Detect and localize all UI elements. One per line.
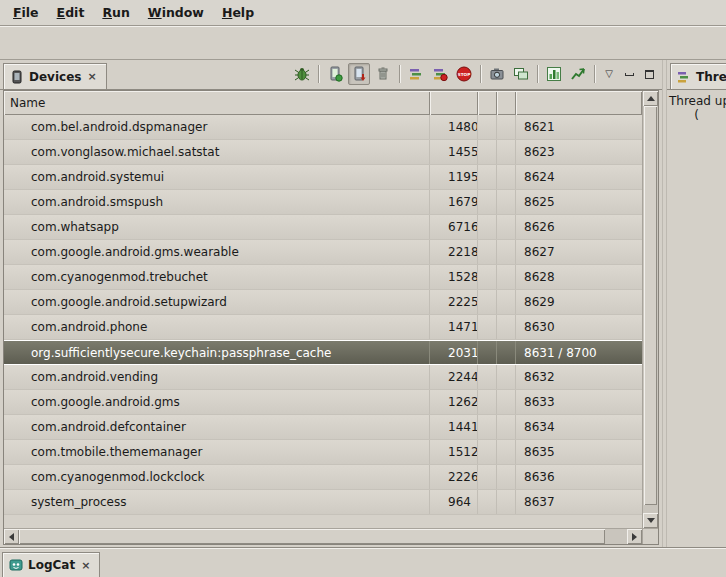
table-row[interactable]: org.sufficientlysecure.keychain:passphra… xyxy=(4,340,642,365)
horizontal-scroll-thumb[interactable] xyxy=(19,529,605,544)
toolbar-separator xyxy=(318,65,319,83)
row-name-cell: com.whatsapp xyxy=(4,215,430,239)
row-spacer-cell xyxy=(497,290,516,314)
horizontal-scrollbar[interactable] xyxy=(4,528,642,544)
row-spacer-cell xyxy=(478,365,497,389)
sysinfo-icon[interactable] xyxy=(543,63,565,85)
row-port-cell: 8625 xyxy=(516,190,642,214)
row-pid-cell: 22440 xyxy=(430,365,478,389)
close-icon[interactable]: × xyxy=(80,559,91,572)
row-name-cell: com.cyanogenmod.trebuchet xyxy=(4,265,430,289)
cause-gc-icon[interactable] xyxy=(372,63,394,85)
row-port-cell: 8632 xyxy=(516,365,642,389)
threads-panel: Threa Thread up ( xyxy=(667,60,726,547)
row-spacer-cell xyxy=(478,440,497,464)
view-menu-icon[interactable]: ▽ xyxy=(600,65,618,83)
tab-logcat[interactable]: LogCat × xyxy=(2,552,100,577)
table-header: Name xyxy=(4,91,642,115)
table-row[interactable]: com.android.phone 1471 8630 xyxy=(4,315,642,340)
column-header-port[interactable] xyxy=(516,91,642,115)
row-pid-cell: 20311 xyxy=(430,341,478,364)
table-row[interactable]: com.cyanogenmod.trebuchet 1528 8628 xyxy=(4,265,642,290)
vertical-scrollbar[interactable] xyxy=(643,91,658,528)
update-threads-icon[interactable] xyxy=(405,63,427,85)
row-spacer-cell xyxy=(478,490,497,514)
row-spacer-cell xyxy=(497,165,516,189)
row-name-cell: com.android.defcontainer xyxy=(4,415,430,439)
row-port-cell: 8634 xyxy=(516,415,642,439)
row-spacer-cell xyxy=(478,415,497,439)
row-spacer-cell xyxy=(497,115,516,139)
device-icon xyxy=(10,70,24,84)
menu-help[interactable]: Help xyxy=(213,2,263,23)
threads-message-line1: Thread up xyxy=(669,94,724,108)
tab-threads-label: Threa xyxy=(696,70,726,84)
row-spacer-cell xyxy=(478,265,497,289)
dump-hprof-icon[interactable] xyxy=(348,63,370,85)
row-name-cell: org.sufficientlysecure.keychain:passphra… xyxy=(4,341,430,364)
table-row[interactable]: com.vonglasow.michael.satstat 14553 8623 xyxy=(4,140,642,165)
row-name-cell: system_process xyxy=(4,490,430,514)
threads-message: Thread up ( xyxy=(667,90,726,547)
threads-message-line2: ( xyxy=(669,108,724,122)
row-port-cell: 8631 / 8700 xyxy=(516,341,642,364)
network-stats-icon[interactable] xyxy=(567,63,589,85)
row-spacer-cell xyxy=(478,165,497,189)
screen-record-icon[interactable] xyxy=(510,63,532,85)
row-spacer-cell xyxy=(497,465,516,489)
scroll-down-icon[interactable] xyxy=(643,513,658,528)
start-method-profiling-icon[interactable] xyxy=(429,63,451,85)
row-spacer-cell xyxy=(478,140,497,164)
row-port-cell: 8624 xyxy=(516,165,642,189)
row-port-cell: 8635 xyxy=(516,440,642,464)
maximize-icon[interactable] xyxy=(640,65,658,83)
column-header-s1[interactable] xyxy=(478,91,497,115)
row-spacer-cell xyxy=(497,315,516,339)
tab-devices[interactable]: Devices × xyxy=(3,63,107,89)
table-row[interactable]: com.android.systemui 1195 8624 xyxy=(4,165,642,190)
row-name-cell: com.google.android.setupwizard xyxy=(4,290,430,314)
menu-edit[interactable]: Edit xyxy=(48,2,94,23)
row-spacer-cell xyxy=(478,215,497,239)
row-spacer-cell xyxy=(497,490,516,514)
scroll-right-icon[interactable] xyxy=(627,529,642,544)
table-row[interactable]: com.cyanogenmod.lockclock 22265 8636 xyxy=(4,465,642,490)
column-header-pid[interactable] xyxy=(430,91,478,115)
table-row[interactable]: com.android.defcontainer 14411 8634 xyxy=(4,415,642,440)
row-name-cell: com.vonglasow.michael.satstat xyxy=(4,140,430,164)
vertical-scroll-thumb[interactable] xyxy=(644,106,657,505)
menu-run[interactable]: Run xyxy=(93,2,138,23)
menu-window[interactable]: Window xyxy=(139,2,213,23)
row-port-cell: 8630 xyxy=(516,315,642,339)
close-icon[interactable]: × xyxy=(86,70,97,83)
screen-capture-icon[interactable] xyxy=(486,63,508,85)
table-row[interactable]: com.google.android.setupwizard 22250 862… xyxy=(4,290,642,315)
toolbar-separator xyxy=(537,65,538,83)
update-heap-icon[interactable] xyxy=(324,63,346,85)
ddms-window: File Edit Run Window Help Devices × xyxy=(0,0,726,577)
column-header-name[interactable]: Name xyxy=(4,91,430,115)
table-row[interactable]: com.bel.android.dspmanager 1480 8621 xyxy=(4,115,642,140)
column-header-s2[interactable] xyxy=(497,91,516,115)
tab-threads[interactable]: Threa xyxy=(670,63,726,89)
table-row[interactable]: com.google.android.gms 12623 8633 xyxy=(4,390,642,415)
stop-process-icon[interactable]: STOP xyxy=(453,63,475,85)
row-spacer-cell xyxy=(497,140,516,164)
table-row[interactable]: system_process 964 8637 xyxy=(4,490,642,515)
row-pid-cell: 6716 xyxy=(430,215,478,239)
table-row[interactable]: com.android.vending 22440 8632 xyxy=(4,365,642,390)
table-row[interactable]: com.google.android.gms.wearable 22185 86… xyxy=(4,240,642,265)
minimize-icon[interactable] xyxy=(620,65,638,83)
menu-file[interactable]: File xyxy=(4,2,48,23)
scroll-left-icon[interactable] xyxy=(4,529,19,544)
table-row[interactable]: com.whatsapp 6716 8626 xyxy=(4,215,642,240)
table-row[interactable]: com.tmobile.thememanager 1512 8635 xyxy=(4,440,642,465)
row-pid-cell: 1471 xyxy=(430,315,478,339)
scroll-up-icon[interactable] xyxy=(643,91,658,106)
tab-logcat-label: LogCat xyxy=(28,558,75,572)
row-spacer-cell xyxy=(497,390,516,414)
row-spacer-cell xyxy=(478,315,497,339)
debug-process-icon[interactable] xyxy=(291,63,313,85)
toolbar-strip xyxy=(0,26,726,60)
table-row[interactable]: com.android.smspush 1679 8625 xyxy=(4,190,642,215)
